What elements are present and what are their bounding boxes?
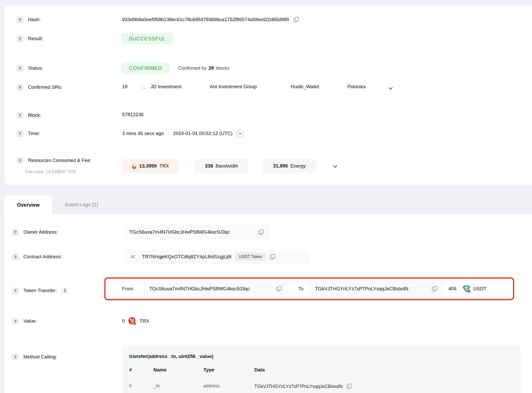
- help-icon[interactable]: ?: [12, 229, 19, 236]
- chevron-down-icon[interactable]: [388, 85, 394, 91]
- help-icon[interactable]: ?: [17, 84, 23, 91]
- bandwidth-value: 338: [205, 163, 213, 169]
- to-label: To: [298, 286, 303, 292]
- copy-icon[interactable]: [293, 17, 299, 23]
- help-icon[interactable]: ?: [17, 157, 23, 164]
- col-header-index: #: [129, 367, 132, 373]
- bandwidth-unit: Bandwidth: [215, 163, 238, 169]
- contract-address-label: Contract Address:: [23, 254, 62, 260]
- help-icon[interactable]: ?: [12, 318, 19, 325]
- tab-overview-label: Overview: [17, 202, 40, 208]
- help-icon[interactable]: ?: [17, 16, 23, 23]
- divider: [17, 147, 528, 147]
- status-badge: CONFIRMED: [121, 62, 170, 74]
- energy-unit: Energy: [290, 163, 306, 169]
- transfer-token-symbol[interactable]: USDT: [473, 286, 486, 292]
- col-header-type: Type: [203, 367, 214, 373]
- sr-name[interactable]: JD Investment: [151, 84, 181, 89]
- from-address-value[interactable]: TGcS6uva7m4N7HGbcJHwPS8WG4ksc9J3qc: [149, 286, 250, 292]
- energy-value: 31,895: [273, 163, 288, 169]
- param-type: address: [203, 383, 220, 389]
- token-transfer-highlight-box: From TGcS6uva7m4N7HGbcJHwPS8WG4ksc9J3qc …: [104, 277, 514, 300]
- smart-contract-badge: SC: [128, 253, 138, 260]
- energy-pill: 31,895 Energy: [262, 159, 316, 173]
- param-data[interactable]: TGkVJTHGYriLYz7sP7PnLYsqqJeCBstxdN: [254, 384, 343, 389]
- confirmed-count: 29: [209, 65, 214, 71]
- owner-address-pill: TGcS6uva7m4N7HGbcJHwPS8WG4ksc9J3qc: [123, 225, 270, 239]
- to-address-pill: TGkVJTHGYriLYz7sP7PnLYsqqJeCBstxdN: [309, 281, 444, 296]
- help-icon[interactable]: ?: [17, 130, 23, 137]
- status-label-row: ? Status:: [17, 64, 43, 72]
- method-calling-panel: transfer(address _to, uint256 _value) # …: [122, 345, 521, 393]
- bandwidth-pill: 338 Bandwidth: [194, 159, 249, 173]
- copy-icon[interactable]: [346, 383, 352, 389]
- result-label-row: ? Result:: [17, 34, 43, 43]
- sr-name[interactable]: Huobi_Wallet: [291, 84, 319, 89]
- tab-event-logs[interactable]: Event Logs (1): [65, 195, 98, 214]
- confirmed-by-text: Confirmed by: [178, 65, 207, 71]
- sr-name[interactable]: Ant Investment Group: [210, 84, 257, 89]
- status-label: Status:: [28, 65, 43, 71]
- divider: [17, 101, 528, 101]
- resources-label: Resources Consumed & Fee:: [28, 158, 91, 163]
- time-label-row: ? Time:: [17, 129, 40, 138]
- time-separator: |: [168, 131, 169, 136]
- help-icon[interactable]: ?: [17, 65, 23, 72]
- value-unit: TRX: [140, 318, 149, 324]
- owner-address-label: Owner Address:: [23, 229, 58, 235]
- param-name: _to: [153, 383, 160, 389]
- divider: [12, 335, 524, 335]
- value-label: Value:: [23, 318, 37, 324]
- help-icon[interactable]: ?: [12, 253, 19, 260]
- result-label: Result:: [28, 36, 43, 41]
- chevron-down-icon[interactable]: [332, 163, 338, 169]
- fee-limit-text: Fee Limit: 14.518047 TRX: [25, 169, 76, 174]
- method-calling-label-row: ? Method Calling:: [12, 353, 57, 361]
- owner-address-value[interactable]: TGcS6uva7m4N7HGbcJHwPS8WG4ksc9J3qc: [129, 229, 230, 235]
- time-relative: 3 mins 45 secs ago: [122, 131, 164, 136]
- from-label: From: [122, 286, 133, 292]
- help-icon[interactable]: ?: [17, 35, 23, 42]
- tab-overview[interactable]: Overview: [4, 195, 52, 215]
- param-index: 0: [129, 383, 132, 389]
- block-number[interactable]: 57812236: [122, 112, 144, 117]
- tab-event-logs-label: Event Logs (1): [65, 202, 98, 208]
- col-header-name: Name: [153, 367, 167, 373]
- fee-unit: TRX: [159, 163, 169, 169]
- resources-label-row: ? Resources Consumed & Fee:: [17, 156, 91, 165]
- copy-icon[interactable]: [258, 229, 264, 235]
- value-label-row: ? Value:: [12, 317, 37, 325]
- transaction-card: ? Hash: 933d9b8a0eef958b138ec61c78c69547…: [5, 6, 532, 185]
- to-address-value[interactable]: TGkVJTHGYriLYz7sP7PnLYsqqJeCBstxdN: [315, 286, 408, 292]
- divider: [12, 274, 524, 275]
- contract-address-pill: SC TR7NHqjeKQxGTCi8q8ZY4pL8otSzgjLj6t US…: [123, 249, 309, 264]
- method-calling-label: Method Calling:: [23, 354, 57, 360]
- token-name-badge[interactable]: USDT Token: [235, 253, 265, 261]
- flame-icon: [132, 163, 137, 169]
- usdt-token-icon[interactable]: v: [462, 284, 471, 293]
- timezone-swap-icon[interactable]: ⇆: [237, 130, 244, 137]
- method-signature: transfer(address _to, uint256 _value): [129, 354, 214, 359]
- hash-value: 933d9b8a0eef958b138ec61c78c6954783696ca1…: [122, 17, 289, 22]
- transfer-amount: 405: [448, 286, 456, 292]
- fee-amount: 13.3959: [139, 163, 157, 169]
- from-address-pill: TGcS6uva7m4N7HGbcJHwPS8WG4ksc9J3qc: [143, 281, 288, 296]
- value-amount: 0: [122, 318, 125, 324]
- help-icon[interactable]: ?: [12, 354, 19, 360]
- help-icon[interactable]: ?: [12, 287, 19, 294]
- copy-icon[interactable]: [270, 254, 276, 260]
- result-badge: SUCCESSFUL: [121, 33, 173, 44]
- help-icon[interactable]: ?: [17, 112, 23, 119]
- block-label: Block:: [28, 112, 41, 118]
- trx-token-icon: v: [128, 317, 137, 325]
- token-transfer-label-row: ? Token Transfer: 1: [12, 286, 69, 295]
- hash-label: Hash:: [28, 17, 41, 22]
- confirmed-srs-label-row: ? Confirmed SRs:: [17, 83, 62, 92]
- fee-pill: 13.3959 TRX: [122, 159, 179, 173]
- copy-icon[interactable]: [432, 286, 438, 292]
- block-label-row: ? Block:: [17, 111, 41, 119]
- copy-icon[interactable]: [276, 286, 282, 292]
- token-transfer-label: Token Transfer:: [23, 288, 57, 293]
- sr-name[interactable]: Poloniex: [347, 84, 366, 89]
- contract-address-value[interactable]: TR7NHqjeKQxGTCi8q8ZY4pL8otSzgjLj6t: [142, 254, 231, 260]
